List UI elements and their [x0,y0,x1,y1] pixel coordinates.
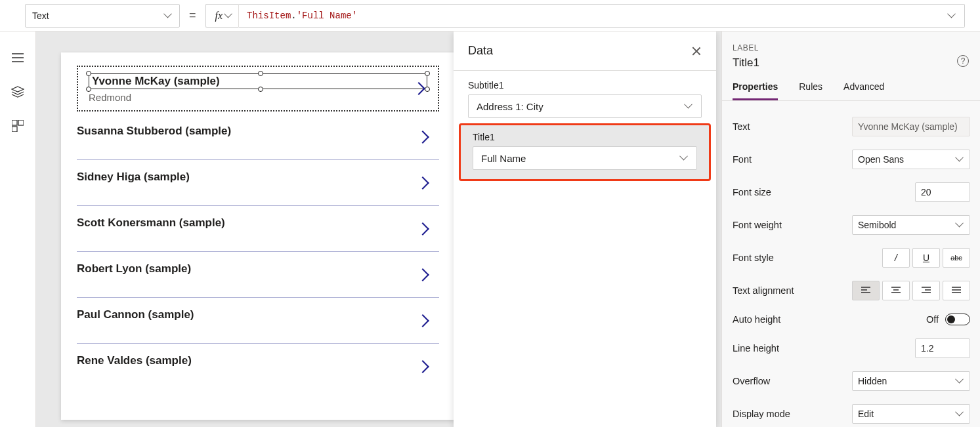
prop-auto-height: Auto height Off [722,307,980,332]
gallery-item-title: Yvonne McKay (sample) [92,75,220,87]
prop-label: Display mode [733,409,790,419]
svg-rect-1 [18,120,24,125]
data-field-select[interactable]: Address 1: City [468,94,702,118]
auto-height-toggle[interactable] [945,314,970,325]
gallery-item[interactable]: Sidney Higa (sample) [77,160,439,206]
formula-input[interactable]: ThisItem.'Full Name' [238,4,965,28]
prop-overflow: Overflow Hidden [722,365,980,397]
components-icon[interactable] [11,119,24,132]
resize-handle[interactable] [425,87,430,92]
resize-handle[interactable] [425,71,430,76]
gallery-item[interactable]: Scott Konersmann (sample) [77,206,439,252]
close-icon[interactable] [691,46,702,56]
gallery-item[interactable]: Paul Cannon (sample) [77,298,439,344]
property-selector-value: Text [32,10,49,21]
gallery-item[interactable]: Susanna Stubberod (sample) [77,114,439,160]
gallery-item[interactable]: Robert Lyon (sample) [77,252,439,298]
chevron-down-icon [165,12,173,20]
data-field-subtitle: Subtitle1 Address 1: City [454,80,716,118]
align-center-button[interactable] [882,281,910,300]
chevron-down-icon [956,377,964,385]
data-field-select[interactable]: Full Name [473,146,697,170]
svg-rect-0 [12,120,17,125]
resize-handle[interactable] [258,87,263,92]
toggle-state-text: Off [926,314,939,325]
data-pane-header: Data [454,31,716,71]
chevron-down-icon [685,102,693,110]
chevron-right-icon[interactable] [418,270,427,279]
align-right-button[interactable] [912,281,940,300]
chevron-down-icon [681,154,689,162]
data-field-label: Subtitle1 [468,80,702,91]
prop-line-height: Line height 1.2 [722,332,980,365]
prop-font: Font Open Sans [722,143,980,176]
align-left-button[interactable] [852,281,880,300]
prop-alignment: Text alignment [722,274,980,307]
app-screen[interactable]: Yvonne McKay (sample) Redmond Susanna St… [61,52,455,420]
resize-handle[interactable] [258,71,263,76]
chevron-right-icon[interactable] [418,316,427,325]
resize-handle[interactable] [86,71,91,76]
formula-text: ThisItem.'Full Name' [247,10,357,21]
prop-label: Font [733,154,752,165]
chevron-right-icon[interactable] [418,362,427,371]
gallery-item-title: Scott Konersmann (sample) [77,216,439,230]
chevron-right-icon[interactable] [414,84,423,93]
prop-font-select[interactable]: Open Sans [852,150,970,169]
prop-font-size-input[interactable]: 20 [915,182,970,202]
italic-button[interactable]: / [882,248,910,268]
prop-label: Text alignment [733,285,794,296]
tab-rules[interactable]: Rules [799,81,822,100]
chevron-down-icon [948,12,956,20]
tab-advanced[interactable]: Advanced [843,81,884,100]
title-control-selected[interactable]: Yvonne McKay (sample) [89,73,427,89]
strikethrough-button[interactable]: abc [943,248,970,268]
prop-font-weight: Font weight Semibold [722,209,980,241]
prop-display-mode-select[interactable]: Edit [852,404,970,424]
prop-label: Text [733,121,750,132]
gallery-item-subtitle[interactable]: Redmond [89,92,427,103]
fx-button[interactable]: fx [205,4,239,28]
prop-label: Font size [733,187,771,197]
prop-font-weight-select[interactable]: Semibold [852,215,970,235]
fx-icon: fx [215,10,223,22]
help-icon[interactable]: ? [957,55,969,67]
resize-handle[interactable] [86,87,91,92]
canvas-area[interactable]: Yvonne McKay (sample) Redmond Susanna St… [36,31,721,427]
prop-overflow-select[interactable]: Hidden [852,371,970,391]
chevron-right-icon[interactable] [418,132,427,142]
gallery-item-title: Paul Cannon (sample) [77,308,439,321]
chevron-right-icon[interactable] [418,224,427,234]
prop-text-value[interactable]: Yvonne McKay (sample) [852,117,970,136]
prop-label: Line height [733,343,779,354]
data-pane: Data Subtitle1 Address 1: City Title1 Fu… [454,31,716,427]
chevron-down-icon [956,410,964,418]
prop-font-size: Font size 20 [722,176,980,209]
underline-button[interactable]: U [912,248,940,268]
chevron-down-icon [225,12,233,20]
data-pane-title: Data [468,44,493,58]
gallery-item-title: Robert Lyon (sample) [77,262,439,275]
data-field-title-highlighted: Title1 Full Name [459,123,711,181]
properties-tabs: Properties Rules Advanced [722,70,980,101]
prop-line-height-input[interactable]: 1.2 [915,338,970,358]
chevron-down-icon [956,155,964,163]
hamburger-icon[interactable] [11,51,24,64]
align-justify-button[interactable] [943,281,970,300]
gallery: Yvonne McKay (sample) Redmond Susanna St… [61,52,455,390]
gallery-item-title: Rene Valdes (sample) [77,354,439,367]
layers-icon[interactable] [11,85,24,98]
gallery-item-title: Susanna Stubberod (sample) [77,125,439,138]
control-type-label: LABEL [733,43,970,52]
gallery-item[interactable]: Yvonne McKay (sample) Redmond [77,66,439,112]
prop-font-style: Font style / U abc [722,241,980,274]
property-selector[interactable]: Text [25,4,180,28]
prop-display-mode: Display mode Edit [722,397,980,427]
chevron-right-icon[interactable] [418,178,427,188]
prop-label: Font weight [733,220,782,230]
gallery-item[interactable]: Rene Valdes (sample) [77,344,439,390]
prop-text: Text Yvonne McKay (sample) [722,110,980,143]
properties-pane: LABEL Title1 ? Properties Rules Advanced… [721,31,980,427]
tab-properties[interactable]: Properties [733,81,778,100]
prop-label: Overflow [733,376,770,386]
